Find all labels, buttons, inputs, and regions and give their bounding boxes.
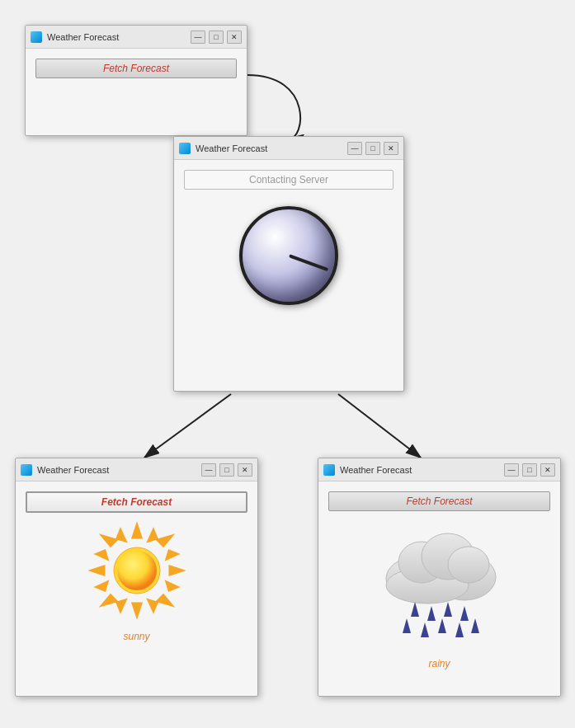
svg-marker-14 bbox=[148, 530, 157, 541]
loading-ball bbox=[239, 206, 338, 305]
fetch-forecast-button-right[interactable]: Fetch Forecast bbox=[328, 491, 550, 511]
svg-marker-4 bbox=[170, 566, 182, 575]
top-window-body: Fetch Forecast bbox=[26, 49, 247, 88]
middle-window-icon bbox=[179, 143, 191, 154]
top-close-button[interactable]: ✕ bbox=[227, 31, 242, 44]
sun-icon-container bbox=[26, 513, 247, 624]
svg-marker-29 bbox=[460, 606, 469, 621]
bottom-right-close-button[interactable]: ✕ bbox=[540, 463, 555, 477]
bottom-left-body: Fetch Forecast bbox=[16, 481, 257, 655]
fetch-forecast-button-left[interactable]: Fetch Forecast bbox=[26, 491, 247, 513]
svg-marker-10 bbox=[167, 551, 177, 559]
bottom-left-minimize-button[interactable]: — bbox=[201, 463, 216, 477]
bottom-left-window: Weather Forecast — □ ✕ Fetch Forecast bbox=[15, 458, 258, 697]
bottom-right-icon bbox=[323, 464, 335, 476]
svg-point-18 bbox=[117, 551, 157, 590]
sun-icon bbox=[87, 521, 186, 620]
contacting-server-status: Contacting Server bbox=[184, 170, 394, 190]
bottom-right-minimize-button[interactable]: — bbox=[504, 463, 519, 477]
svg-marker-13 bbox=[117, 530, 125, 541]
bottom-left-controls: — □ ✕ bbox=[201, 463, 252, 477]
svg-marker-7 bbox=[102, 595, 116, 605]
svg-marker-32 bbox=[438, 618, 446, 633]
bottom-right-body: Fetch Forecast bbox=[318, 481, 560, 683]
cloud-rain-icon bbox=[365, 519, 514, 651]
ball-needle bbox=[289, 254, 328, 271]
middle-window-title: Weather Forecast bbox=[196, 143, 347, 153]
bottom-left-titlebar: Weather Forecast — □ ✕ bbox=[16, 458, 257, 481]
svg-marker-12 bbox=[167, 582, 177, 590]
middle-minimize-button[interactable]: — bbox=[347, 142, 362, 155]
middle-window-controls: — □ ✕ bbox=[347, 142, 398, 155]
svg-marker-16 bbox=[148, 600, 157, 611]
bottom-left-icon bbox=[21, 464, 32, 476]
weather-label-rainy: rainy bbox=[328, 651, 550, 673]
bottom-right-title: Weather Forecast bbox=[340, 465, 504, 475]
bottom-right-controls: — □ ✕ bbox=[504, 463, 555, 477]
middle-maximize-button[interactable]: □ bbox=[365, 142, 380, 155]
svg-marker-11 bbox=[97, 582, 107, 590]
top-window-icon bbox=[31, 31, 42, 43]
top-window-controls: — □ ✕ bbox=[191, 31, 242, 44]
bottom-right-window: Weather Forecast — □ ✕ Fetch Forecast bbox=[318, 458, 561, 697]
bottom-left-close-button[interactable]: ✕ bbox=[238, 463, 252, 477]
svg-marker-27 bbox=[427, 606, 436, 621]
bottom-right-titlebar: Weather Forecast — □ ✕ bbox=[318, 458, 560, 481]
top-window: Weather Forecast — □ ✕ Fetch Forecast bbox=[25, 25, 247, 136]
bottom-left-maximize-button[interactable]: □ bbox=[219, 463, 234, 477]
svg-marker-2 bbox=[133, 604, 141, 616]
top-maximize-button[interactable]: □ bbox=[209, 31, 224, 44]
svg-marker-9 bbox=[97, 551, 107, 559]
fetch-forecast-button-top[interactable]: Fetch Forecast bbox=[35, 59, 237, 78]
svg-marker-34 bbox=[471, 618, 479, 633]
middle-window-titlebar: Weather Forecast — □ ✕ bbox=[174, 137, 403, 160]
bottom-right-maximize-button[interactable]: □ bbox=[522, 463, 537, 477]
bottom-left-title: Weather Forecast bbox=[37, 465, 201, 475]
svg-marker-33 bbox=[455, 622, 464, 637]
middle-window-body: Contacting Server bbox=[174, 160, 403, 323]
weather-label-sunny: sunny bbox=[26, 624, 247, 646]
svg-marker-6 bbox=[158, 536, 172, 546]
svg-marker-1 bbox=[133, 525, 141, 538]
svg-marker-3 bbox=[92, 566, 104, 575]
svg-marker-28 bbox=[444, 602, 452, 617]
svg-point-25 bbox=[448, 547, 489, 583]
cloud-rain-container bbox=[328, 511, 550, 651]
top-window-title: Weather Forecast bbox=[47, 32, 191, 42]
middle-close-button[interactable]: ✕ bbox=[384, 142, 398, 155]
svg-marker-26 bbox=[411, 602, 419, 617]
loading-ball-container bbox=[184, 190, 394, 313]
middle-window: Weather Forecast — □ ✕ Contacting Server bbox=[173, 136, 404, 392]
svg-marker-8 bbox=[158, 595, 172, 605]
svg-marker-30 bbox=[403, 618, 411, 633]
svg-marker-15 bbox=[117, 600, 125, 611]
svg-marker-31 bbox=[421, 622, 429, 637]
top-window-titlebar: Weather Forecast — □ ✕ bbox=[26, 26, 247, 49]
top-minimize-button[interactable]: — bbox=[191, 31, 205, 44]
svg-marker-5 bbox=[102, 536, 116, 546]
